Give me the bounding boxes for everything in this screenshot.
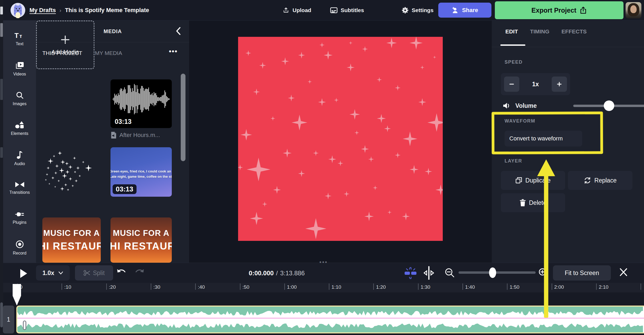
redo-button[interactable]	[135, 268, 145, 277]
replace-button[interactable]: Replace	[568, 171, 632, 190]
speed-increase-button[interactable]	[552, 77, 567, 92]
fit-to-screen-button[interactable]: Fit to Screen	[553, 265, 611, 281]
expand-clip-button[interactable]	[422, 266, 435, 281]
timeline-zoom-slider[interactable]	[459, 271, 536, 274]
ruler-tick	[329, 283, 329, 290]
track-number: 1	[3, 306, 14, 333]
background-window-edge	[0, 0, 3, 335]
sparkle-star	[364, 212, 374, 221]
edge-fragment	[0, 23, 3, 37]
volume-slider[interactable]	[573, 105, 644, 107]
sidebar-item-plugins[interactable]: Plugins	[3, 203, 36, 233]
share-person-icon	[451, 7, 459, 13]
clip-volume-line[interactable]	[17, 318, 644, 319]
scissors-icon	[83, 270, 90, 276]
sparkle-star	[305, 218, 326, 239]
sparkle-star	[386, 38, 397, 48]
duplicate-button[interactable]: Duplicate	[501, 171, 565, 190]
sidebar-label: Elements	[11, 131, 28, 136]
audio-clip[interactable]	[16, 306, 644, 333]
sparkle-star	[344, 191, 349, 197]
playhead[interactable]	[13, 284, 21, 306]
media-item-video-thumbnail[interactable]: Green eyes, fried rice, I could cook an …	[110, 147, 172, 197]
play-button[interactable]	[18, 268, 29, 279]
ruler-tick	[596, 283, 597, 290]
sparkle-star	[54, 186, 56, 188]
sidebar-item-elements[interactable]: Elements	[3, 114, 36, 143]
sidebar-item-text[interactable]: T т Text	[3, 24, 36, 54]
tab-edit[interactable]: EDIT	[505, 28, 518, 35]
sparkle-star	[435, 185, 443, 195]
undo-button[interactable]	[116, 268, 126, 277]
collapse-panel-button[interactable]	[176, 27, 181, 36]
close-timeline-button[interactable]	[619, 267, 628, 278]
sparkle-star	[338, 160, 343, 166]
ruler-tick	[552, 283, 552, 290]
sparkle-star	[418, 98, 426, 106]
breadcrumb-my-drafts-link[interactable]: My Drafts	[29, 7, 56, 14]
volume-keyframe-handle[interactable]	[23, 321, 26, 330]
sidebar-item-transitions[interactable]: Transitions	[3, 173, 36, 203]
sidebar-item-record[interactable]: Record	[3, 233, 36, 263]
kapwing-logo[interactable]	[10, 2, 26, 18]
media-item-audio-thumbnail[interactable]: 03:13	[110, 79, 172, 128]
tab-effects[interactable]: EFFECTS	[561, 28, 587, 35]
upload-icon	[283, 7, 289, 14]
playback-speed-dropdown[interactable]: 1.0x	[36, 265, 70, 281]
elements-icon	[15, 121, 24, 129]
sidebar-item-images[interactable]: Images	[3, 84, 36, 114]
sidebar-item-videos[interactable]: Videos	[3, 54, 36, 84]
share-label: Share	[462, 7, 478, 14]
media-tabs: THIS PROJECT MY MEDIA	[42, 50, 122, 58]
media-item-music-thumbnail[interactable]: MUSIC FOR A ISHI RESTAURA	[110, 217, 172, 263]
tab-timing[interactable]: TIMING	[530, 28, 550, 35]
share-button[interactable]: Share	[438, 3, 491, 18]
sparkle-star	[402, 212, 410, 220]
plug-icon	[15, 211, 24, 218]
user-avatar[interactable]	[626, 2, 641, 18]
sidebar-label: Plugins	[13, 220, 26, 225]
sparkle-star	[362, 46, 368, 52]
media-item-music-thumbnail[interactable]: MUSIC FOR A SHI RESTAURA	[42, 217, 101, 263]
media-scrollbar-thumb[interactable]	[181, 74, 185, 161]
media-item-twinkle-thumbnail[interactable]	[42, 147, 101, 197]
sidebar-item-audio[interactable]: Audio	[3, 144, 36, 173]
time-display: 0:00.000 / 3:13.886	[224, 263, 329, 283]
sidebar-label: Transitions	[9, 190, 30, 195]
export-project-button[interactable]: Export Project	[495, 1, 623, 19]
sparkle-star	[291, 115, 307, 130]
ruler-tick-label: 1:40	[465, 284, 475, 290]
timeline-ruler[interactable]: 0:10:20:30:40:501:001:101:201:301:401:50…	[3, 283, 644, 292]
subtitles-button[interactable]: Subtitles	[330, 0, 364, 21]
delete-button[interactable]: Delete	[501, 193, 565, 212]
tab-this-project[interactable]: THIS PROJECT	[42, 50, 82, 58]
zoom-out-button[interactable]	[444, 267, 455, 279]
snap-toggle-button[interactable]	[403, 267, 418, 280]
sparkle-star	[373, 185, 378, 190]
canvas-layer-sparkles[interactable]	[238, 37, 443, 241]
volume-slider-handle[interactable]	[604, 100, 614, 111]
volume-label: Volume	[515, 102, 537, 109]
total-duration: 3:13.886	[280, 270, 305, 277]
chevron-left-icon	[176, 27, 181, 35]
media-item-caption[interactable]: After Hours.m...	[110, 131, 174, 139]
speed-control: 1x	[501, 73, 570, 95]
playback-toolbar: ••• 1.0x Split	[3, 263, 644, 283]
replace-icon	[584, 177, 591, 184]
sidebar-label: Record	[13, 251, 27, 256]
sparkle-star	[68, 165, 73, 169]
thumb-text-line1: MUSIC FOR A	[43, 229, 100, 238]
edge-scrollbar-fragment	[0, 302, 3, 327]
tab-my-media[interactable]: MY MEDIA	[95, 50, 122, 58]
layer-section-label: LAYER	[505, 158, 522, 164]
sparkle-star	[425, 168, 432, 175]
convert-to-waveform-button[interactable]: Convert to waveform	[505, 131, 582, 146]
media-panel: MEDIA ••• THIS PROJECT MY MEDIA Add Medi…	[36, 21, 189, 263]
settings-button[interactable]: Settings	[402, 0, 434, 21]
media-overflow-menu[interactable]: •••	[169, 47, 178, 55]
upload-button[interactable]: Upload	[283, 0, 311, 21]
speed-decrease-button[interactable]	[504, 77, 519, 92]
timeline-zoom-handle[interactable]	[489, 267, 496, 278]
split-button[interactable]: Split	[75, 265, 113, 281]
zoom-in-button[interactable]	[538, 267, 549, 279]
